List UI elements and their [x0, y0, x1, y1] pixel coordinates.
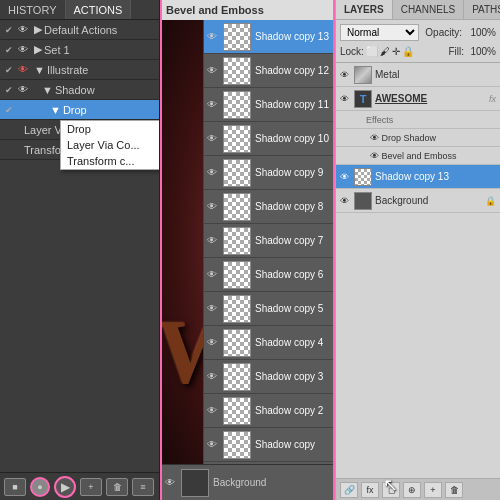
tab-history[interactable]: HISTORY	[0, 0, 66, 19]
eye-icon: 👁	[18, 64, 32, 75]
delete-action-button[interactable]: 🗑	[106, 478, 128, 496]
record-button[interactable]: ●	[30, 477, 50, 497]
stop-button[interactable]: ■	[4, 478, 26, 496]
layer-thumbnail	[223, 397, 251, 425]
eye-icon: 👁	[18, 84, 32, 95]
right-layer-shadow-copy-13[interactable]: 👁 Shadow copy 13	[336, 165, 500, 189]
right-panel: LAYERS CHANNELS PATHS Normal Opacity: 10…	[335, 0, 500, 500]
lock-label: Lock:	[340, 46, 364, 57]
checkbox-icon: ✔	[2, 63, 16, 77]
panel-tabs: HISTORY ACTIONS	[0, 0, 159, 20]
eye-icon: 👁	[207, 99, 221, 110]
middle-top-bar: Bevel and Emboss	[162, 0, 333, 20]
actions-list: ✔ 👁 ▶ Default Actions ✔ 👁 ▶ Set 1 ✔ 👁 ▼ …	[0, 20, 159, 472]
eye-icon: 👁	[340, 70, 352, 80]
layer-row-shadow-copy[interactable]: 👁 Shadow copy	[204, 428, 333, 462]
eye-icon: 👁	[207, 303, 221, 314]
layer-row-shadow-copy-3[interactable]: 👁 Shadow copy 3	[204, 360, 333, 394]
layer-row-shadow-copy-6[interactable]: 👁 Shadow copy 6	[204, 258, 333, 292]
lock-all-icon[interactable]: 🔒	[402, 46, 414, 57]
layer-thumbnail	[223, 261, 251, 289]
layer-thumbnail	[223, 23, 251, 51]
eye-icon: 👁	[207, 405, 221, 416]
right-layer-metal[interactable]: 👁 Metal	[336, 63, 500, 87]
layer-row-shadow-copy-8[interactable]: 👁 Shadow copy 8	[204, 190, 333, 224]
eye-icon: 👁	[207, 201, 221, 212]
layer-row-shadow-copy-12[interactable]: 👁 Shadow copy 12	[204, 54, 333, 88]
lock-transparent-icon[interactable]: ⬜	[366, 46, 378, 57]
tab-actions[interactable]: ACTIONS	[66, 0, 132, 19]
layer-row-shadow[interactable]: 👁 Shadow	[204, 462, 333, 464]
fx-badge: fx	[489, 94, 496, 104]
background-layer-row[interactable]: 👁 Background	[162, 464, 333, 500]
effects-label: Effects	[350, 115, 393, 125]
tab-channels[interactable]: CHANNELS	[393, 0, 464, 19]
menu-button[interactable]: ≡	[132, 478, 154, 496]
canvas-area: WE 👁 Shadow copy 13 👁 Shadow copy 12 👁 S…	[162, 20, 333, 464]
right-layer-awesome[interactable]: 👁 T AWESOME fx	[336, 87, 500, 111]
layer-thumbnail	[354, 192, 372, 210]
folder-icon: ▶	[34, 23, 42, 36]
dropdown-item-layervia[interactable]: Layer Via Co...	[61, 137, 159, 153]
layer-thumbnail	[223, 295, 251, 323]
right-layer-bevel-emboss[interactable]: 👁 Bevel and Emboss	[336, 147, 500, 165]
action-set1[interactable]: ✔ 👁 ▶ Set 1	[0, 40, 159, 60]
dropdown-menu: Drop Layer Via Co... Transform c...	[60, 120, 159, 170]
lock-row: Lock: ⬜ 🖌 ✛ 🔒 Fill: 100%	[340, 42, 496, 60]
layer-thumbnail	[223, 57, 251, 85]
eye-icon: 👁	[207, 371, 221, 382]
layer-thumbnail	[223, 193, 251, 221]
link-layers-button[interactable]: 🔗	[340, 482, 358, 498]
play-button[interactable]: ▶	[54, 476, 76, 498]
tab-paths[interactable]: PATHS	[464, 0, 500, 19]
layer-row-shadow-copy-11[interactable]: 👁 Shadow copy 11	[204, 88, 333, 122]
layer-row-shadow-copy-5[interactable]: 👁 Shadow copy 5	[204, 292, 333, 326]
new-action-button[interactable]: +	[80, 478, 102, 496]
fill-label: Fill:	[448, 46, 464, 57]
layers-controls: Normal Opacity: 100% Lock: ⬜ 🖌 ✛ 🔒 Fill:…	[336, 20, 500, 63]
tab-layers[interactable]: LAYERS	[336, 0, 393, 19]
eye-icon: 👁	[340, 94, 352, 104]
eye-icon: 👁	[207, 31, 221, 42]
checkbox-icon: ✔	[2, 103, 16, 117]
layer-row-shadow-copy-10[interactable]: 👁 Shadow copy 10	[204, 122, 333, 156]
opacity-label: Opacity:	[425, 27, 462, 38]
middle-panel: Bevel and Emboss WE 👁 Shadow copy 13 👁 S…	[160, 0, 335, 500]
layer-row-shadow-copy-9[interactable]: 👁 Shadow copy 9	[204, 156, 333, 190]
action-illustrate[interactable]: ✔ 👁 ▼ Illustrate	[0, 60, 159, 80]
eye-icon: 👁	[18, 24, 32, 35]
dropdown-item-transform[interactable]: Transform c...	[61, 153, 159, 169]
lock-image-icon[interactable]: 🖌	[380, 46, 390, 57]
folder-icon: ▼	[34, 64, 45, 76]
layer-row-shadow-copy-13[interactable]: 👁 Shadow copy 13	[204, 20, 333, 54]
eye-icon: 👁	[207, 269, 221, 280]
new-layer-button[interactable]: +	[424, 482, 442, 498]
fill-value: 100%	[466, 46, 496, 57]
folder-icon: ▼	[34, 84, 53, 96]
right-layer-effects: Effects	[336, 111, 500, 129]
layer-row-shadow-copy-7[interactable]: 👁 Shadow copy 7	[204, 224, 333, 258]
layer-thumbnail: T	[354, 90, 372, 108]
right-layer-drop-shadow[interactable]: 👁 Drop Shadow	[336, 129, 500, 147]
layer-row-shadow-copy-4[interactable]: 👁 Shadow copy 4	[204, 326, 333, 360]
right-layer-background[interactable]: 👁 Background 🔒	[336, 189, 500, 213]
layer-list-overlay: 👁 Shadow copy 13 👁 Shadow copy 12 👁 Shad…	[203, 20, 333, 464]
layer-thumbnail	[223, 329, 251, 357]
layer-row-shadow-copy-2[interactable]: 👁 Shadow copy 2	[204, 394, 333, 428]
actions-bottom-bar: ■ ● ▶ + 🗑 ≡	[0, 472, 159, 500]
dropdown-item-drop[interactable]: Drop	[61, 121, 159, 137]
delete-layer-button[interactable]: 🗑	[445, 482, 463, 498]
layer-mask-button[interactable]: ◻	[382, 482, 400, 498]
eye-icon: 👁	[207, 337, 221, 348]
blend-mode-select[interactable]: Normal	[340, 24, 419, 41]
lock-position-icon[interactable]: ✛	[392, 46, 400, 57]
bevel-emboss-label: 👁 Bevel and Emboss	[350, 151, 457, 161]
layer-effects-button[interactable]: fx	[361, 482, 379, 498]
layer-thumbnail	[223, 227, 251, 255]
action-default-actions[interactable]: ✔ 👁 ▶ Default Actions	[0, 20, 159, 40]
folder-icon: ▼	[34, 104, 61, 116]
action-shadow[interactable]: ✔ 👁 ▼ Shadow	[0, 80, 159, 100]
adjustment-layer-button[interactable]: ⊕	[403, 482, 421, 498]
action-drop[interactable]: ✔ ▼ Drop Drop Layer Via Co... Transform …	[0, 100, 159, 120]
layer-thumbnail	[223, 159, 251, 187]
